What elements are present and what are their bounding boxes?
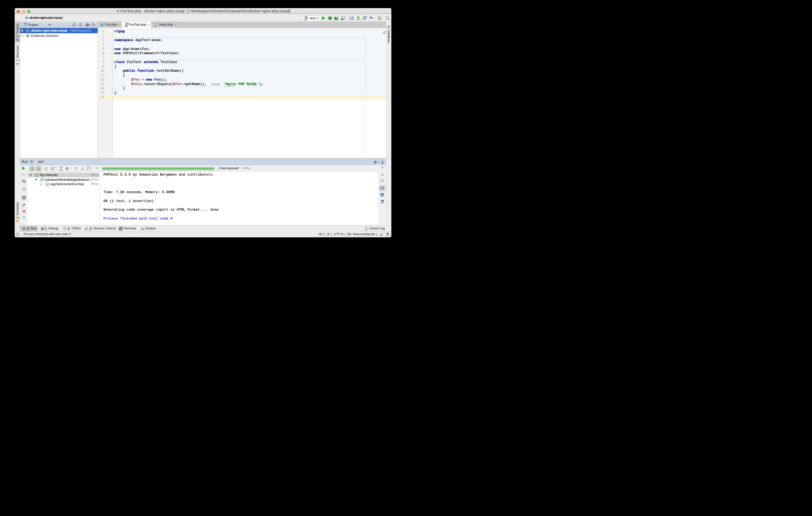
svg-text:?: ? (23, 216, 25, 220)
svg-text:php: php (154, 25, 157, 27)
svg-text:!: ! (24, 173, 25, 176)
svg-text:z: z (47, 169, 48, 171)
svg-text:C: C (101, 23, 103, 26)
svg-text:php: php (304, 19, 308, 21)
svg-text:php: php (30, 162, 33, 164)
svg-text:php: php (124, 25, 128, 27)
